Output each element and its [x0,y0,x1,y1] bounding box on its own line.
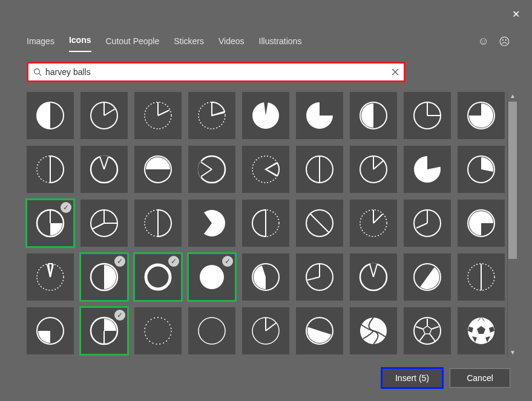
selected-checkmark-icon: ✓ [114,256,125,267]
search-icon [33,68,42,76]
svg-line-91 [432,327,439,329]
icon-q-solid-tr[interactable]: ✓ [80,307,128,354]
svg-line-60 [416,223,427,228]
icon-q-solid-bl[interactable] [27,307,74,354]
icon-outline-notch-tr2[interactable] [350,146,397,193]
svg-point-82 [199,318,225,344]
tab-images[interactable]: Images [27,36,54,52]
selected-checkmark-icon: ✓ [222,256,233,267]
icon-dotted-slice[interactable] [350,200,397,247]
tab-illustrations[interactable]: Illustrations [259,36,302,52]
results-area: ✓✓✓✓✓ ▲ ▼ [27,92,517,358]
icon-pie-dotted-tr2[interactable] [188,92,235,139]
svg-line-45 [92,223,104,229]
icon-half-left-solid2[interactable] [350,92,397,139]
svg-line-10 [158,110,169,116]
svg-line-71 [307,277,320,280]
icon-dotted-split2[interactable] [458,253,505,301]
icon-dotted-split[interactable] [27,146,74,193]
icon-half-dotted[interactable] [242,200,289,247]
svg-line-1 [39,74,42,76]
icon-solid-notch-l[interactable] [188,200,235,247]
icon-picker-dialog: ✕ Images Icons Cutout People Stickers Vi… [0,0,532,401]
icon-half-right-solid[interactable]: ✓ [80,253,128,301]
icon-solid-disc[interactable]: ✓ [188,253,235,301]
icon-dotted-half[interactable] [134,200,182,247]
icon-outline-slice[interactable] [242,307,289,354]
icon-outline-notch-t[interactable] [350,253,397,301]
icon-mostly-solid[interactable] [404,146,451,193]
search-box[interactable] [27,62,406,82]
scroll-up-icon[interactable]: ▲ [508,93,517,101]
svg-line-92 [430,334,435,341]
icon-outline-split[interactable] [296,146,343,193]
svg-line-94 [416,327,423,329]
cancel-button[interactable]: Cancel [450,368,510,388]
icon-small-solid-tr[interactable] [458,146,505,193]
icon-tiny-slice[interactable] [27,253,74,301]
svg-line-37 [373,160,384,169]
icon-threeq-l[interactable] [242,253,289,301]
icon-outline-notch-tr[interactable] [404,92,451,139]
icon-volleyball[interactable] [350,307,397,354]
close-button[interactable]: ✕ [512,8,520,20]
icon-solid-notch-top[interactable] [242,92,289,139]
icon-q-solid-br[interactable]: ✓ [27,200,74,247]
icon-ring[interactable]: ✓ [134,253,182,301]
feedback-happy-icon[interactable]: ☺ [478,35,489,48]
svg-line-85 [266,323,276,331]
selected-checkmark-icon: ✓ [168,256,179,267]
icon-soccer-solid[interactable] [458,307,505,354]
icon-dotted-notch[interactable] [242,146,289,193]
scrollbar-thumb[interactable] [508,102,517,259]
results-scrollbar[interactable]: ▲ ▼ [507,92,517,358]
insert-button[interactable]: Insert (5) [382,368,442,388]
svg-point-0 [34,69,40,74]
svg-point-67 [200,265,224,289]
icon-threeq-solid[interactable] [458,92,505,139]
svg-line-57 [373,214,383,223]
icon-q-outline[interactable] [80,200,128,247]
icon-half-diag-solid[interactable] [404,253,451,301]
icon-solid-notch-tr[interactable] [296,92,343,139]
selected-checkmark-icon: ✓ [61,202,71,213]
icon-outline-notch-top[interactable] [80,146,128,193]
dialog-footer: Insert (5) Cancel [382,368,510,388]
search-input[interactable] [45,67,392,77]
svg-line-7 [104,109,115,116]
svg-line-54 [320,223,329,233]
icon-thin-ring[interactable] [188,307,235,354]
icon-pie-dotted-tr[interactable] [134,92,182,139]
scroll-down-icon[interactable]: ▼ [508,349,517,357]
icon-outline-notch-l[interactable] [188,146,235,193]
icon-half-solid-b[interactable] [296,307,343,354]
icon-outline-d[interactable] [296,200,343,247]
icon-grid: ✓✓✓✓✓ [27,92,511,358]
svg-line-32 [266,169,277,176]
icon-dotted-full[interactable] [134,307,182,354]
svg-point-81 [145,318,171,344]
icon-threeq-solid2[interactable] [458,200,505,247]
icon-outline-split2[interactable] [404,200,451,247]
svg-line-31 [266,163,277,169]
icon-half-left-solid[interactable] [27,92,74,139]
feedback-sad-icon[interactable]: ☹ [499,35,510,48]
icon-half-top-solid[interactable] [134,146,182,193]
category-tabs: Images Icons Cutout People Stickers Vide… [0,0,532,52]
tab-stickers[interactable]: Stickers [174,36,204,52]
tab-videos[interactable]: Videos [218,36,245,52]
icon-outline-line[interactable] [296,253,343,301]
svg-point-66 [146,265,170,289]
svg-line-93 [419,334,425,341]
selected-checkmark-icon: ✓ [114,310,125,321]
tab-icons[interactable]: Icons [69,35,91,52]
tab-cutout-people[interactable]: Cutout People [106,36,160,52]
icon-soccer-out[interactable] [404,307,451,354]
clear-search-icon[interactable] [392,68,399,76]
svg-line-53 [310,214,320,223]
svg-marker-89 [423,326,432,334]
icon-pie-outline-r[interactable] [80,92,128,139]
feedback-buttons: ☺ ☹ [478,35,510,48]
